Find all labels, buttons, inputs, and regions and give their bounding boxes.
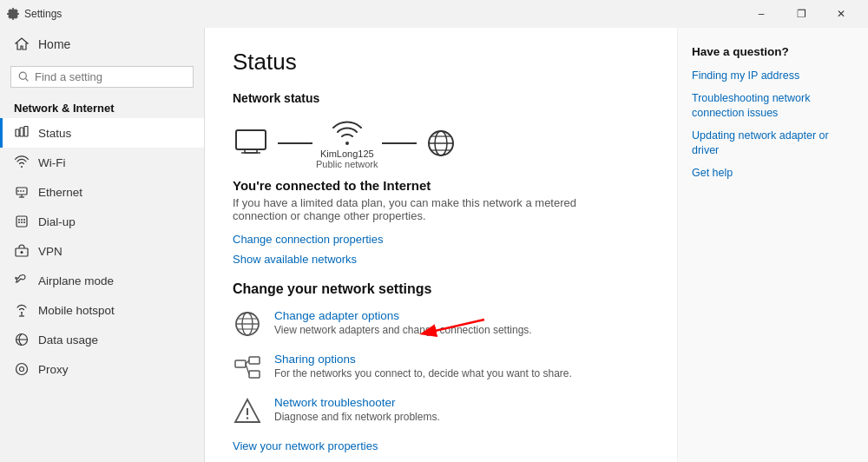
svg-rect-4	[24, 127, 28, 137]
sidebar-item-dialup[interactable]: Dial-up	[0, 207, 204, 236]
svg-point-13	[21, 219, 23, 221]
sidebar-item-label-status: Status	[38, 127, 71, 140]
close-button[interactable]: ✕	[821, 0, 861, 28]
page-title: Status	[233, 49, 649, 76]
svg-point-12	[18, 219, 20, 221]
network-diagram: KimLong125 Public network	[233, 117, 649, 169]
troubleshooter-icon	[233, 396, 262, 426]
sharing-options-title[interactable]: Sharing options	[274, 353, 572, 366]
svg-rect-2	[16, 129, 19, 136]
sidebar-item-label-proxy: Proxy	[38, 363, 69, 376]
net-line-2	[382, 142, 417, 144]
app-body: Home Network & Internet Status Wi-Fi	[0, 28, 868, 462]
sidebar-item-label-dialup: Dial-up	[38, 215, 76, 228]
sidebar-item-vpn[interactable]: VPN	[0, 236, 204, 266]
svg-point-17	[23, 221, 25, 223]
red-arrow	[406, 311, 493, 342]
right-panel: Have a question? Finding my IP address T…	[677, 28, 868, 462]
title-bar-title: Settings	[24, 8, 62, 20]
home-icon	[14, 36, 30, 52]
change-connection-link[interactable]: Change connection properties	[233, 233, 649, 246]
troubleshooter-text: Network troubleshooter Diagnose and fix …	[274, 396, 440, 423]
adapter-options-item: Change adapter options View network adap…	[233, 309, 649, 339]
troubleshooter-title[interactable]: Network troubleshooter	[274, 396, 440, 409]
sidebar-home-label: Home	[38, 37, 70, 51]
sidebar: Home Network & Internet Status Wi-Fi	[0, 28, 205, 462]
sharing-options-desc: For the networks you connect to, decide …	[274, 367, 572, 380]
troubleshooter-item: Network troubleshooter Diagnose and fix …	[233, 396, 649, 426]
svg-point-24	[16, 364, 28, 375]
sidebar-item-airplane[interactable]: Airplane mode	[0, 266, 204, 295]
view-properties-link[interactable]: View your network properties	[233, 439, 649, 452]
svg-point-0	[19, 72, 26, 79]
sidebar-item-data[interactable]: Data usage	[0, 325, 204, 354]
vpn-icon	[14, 243, 30, 259]
wifi-diagram-icon: KimLong125 Public network	[316, 117, 378, 169]
troubleshooter-desc: Diagnose and fix network problems.	[274, 411, 440, 423]
title-bar: Settings – ❐ ✕	[0, 0, 868, 28]
svg-rect-39	[235, 360, 246, 367]
sidebar-item-label-airplane: Airplane mode	[38, 274, 114, 287]
connected-title: You're connected to the Internet	[233, 178, 649, 193]
svg-line-1	[26, 79, 29, 82]
adapter-options-text: Change adapter options View network adap…	[274, 309, 532, 336]
title-bar-left: Settings	[7, 8, 62, 20]
network-status-label: Network status	[233, 91, 649, 105]
adapter-icon	[233, 309, 262, 339]
minimize-button[interactable]: –	[741, 0, 781, 28]
sidebar-item-ethernet[interactable]: Ethernet	[0, 177, 204, 207]
svg-point-25	[20, 367, 24, 372]
settings-icon	[7, 8, 19, 20]
sidebar-item-hotspot[interactable]: Mobile hotspot	[0, 295, 204, 325]
svg-line-43	[246, 364, 249, 374]
airplane-icon	[14, 273, 30, 288]
sidebar-item-label-wifi: Wi-Fi	[38, 156, 65, 169]
svg-point-19	[21, 251, 23, 254]
restore-button[interactable]: ❐	[781, 0, 821, 28]
show-networks-link[interactable]: Show available networks	[233, 253, 649, 266]
sharing-options-item: Sharing options For the networks you con…	[233, 353, 649, 382]
sidebar-item-status[interactable]: Status	[0, 118, 204, 148]
adapter-options-desc: View network adapters and change connect…	[274, 324, 532, 336]
sidebar-item-wifi[interactable]: Wi-Fi	[0, 148, 204, 177]
connected-desc: If you have a limited data plan, you can…	[233, 196, 597, 222]
sidebar-item-label-data: Data usage	[38, 333, 98, 346]
change-settings-title: Change your network settings	[233, 281, 649, 297]
sharing-options-text: Sharing options For the networks you con…	[274, 353, 572, 380]
dialup-icon	[14, 214, 30, 229]
main-content: Status Network status	[205, 28, 677, 462]
globe-diagram-icon	[420, 127, 462, 160]
svg-point-14	[23, 219, 25, 221]
right-panel-title: Have a question?	[692, 45, 854, 58]
sidebar-item-label-vpn: VPN	[38, 245, 62, 258]
wifi-icon	[14, 155, 30, 170]
svg-rect-40	[249, 357, 260, 364]
svg-rect-41	[249, 371, 260, 378]
sidebar-item-proxy[interactable]: Proxy	[0, 354, 204, 384]
status-icon	[14, 125, 30, 141]
right-link-adapter[interactable]: Updating network adapter or driver	[692, 129, 854, 159]
adapter-options-title[interactable]: Change adapter options	[274, 309, 532, 322]
data-icon	[14, 332, 30, 347]
svg-point-16	[21, 221, 23, 223]
right-link-troubleshoot[interactable]: Troubleshooting network connection issue…	[692, 91, 854, 122]
svg-rect-26	[236, 130, 266, 149]
ethernet-icon	[14, 184, 30, 200]
right-link-help[interactable]: Get help	[692, 166, 854, 182]
sidebar-section-title: Network & Internet	[0, 93, 204, 118]
search-box[interactable]	[10, 66, 194, 88]
svg-point-45	[247, 417, 248, 419]
sidebar-home-item[interactable]: Home	[0, 28, 204, 61]
title-bar-controls: – ❐ ✕	[741, 0, 861, 28]
net-line-1	[278, 142, 312, 144]
right-link-ip[interactable]: Finding my IP address	[692, 69, 854, 84]
sidebar-item-label-ethernet: Ethernet	[38, 186, 82, 199]
search-input[interactable]	[35, 70, 186, 83]
sharing-icon	[233, 353, 262, 382]
svg-point-15	[18, 221, 20, 223]
proxy-icon	[14, 361, 30, 377]
hotspot-icon	[14, 302, 30, 318]
svg-rect-3	[20, 128, 23, 136]
network-name: KimLong125	[320, 148, 374, 159]
sidebar-item-label-hotspot: Mobile hotspot	[38, 304, 115, 317]
